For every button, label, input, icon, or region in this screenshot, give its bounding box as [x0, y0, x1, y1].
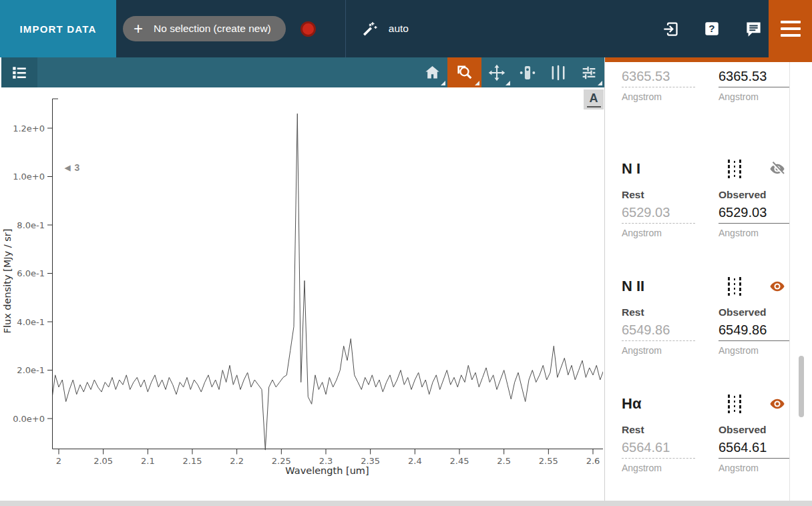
line-identify-icon[interactable]: [728, 160, 741, 178]
svg-text:2.35: 2.35: [361, 456, 380, 466]
magic-wand-icon: [362, 21, 378, 37]
line-identify-icon[interactable]: [728, 395, 741, 413]
slice-marker: ◀ 3: [65, 162, 79, 173]
home-icon: [423, 63, 441, 81]
observed-label: Observed: [719, 424, 790, 436]
data-menu-button[interactable]: [1, 57, 37, 87]
svg-text:Wavelength [um]: Wavelength [um]: [285, 465, 369, 476]
export-icon: [662, 20, 680, 38]
chat-icon: [745, 20, 763, 38]
observed-wavelength-input[interactable]: 6529.03: [719, 205, 790, 224]
line-list-panel: 6365.53 6365.53 Angstrom Angstrom N I: [604, 57, 812, 501]
svg-text:2.5: 2.5: [497, 456, 511, 466]
line-list-entries: 6365.53 6365.53 Angstrom Angstrom N I: [605, 62, 812, 497]
spectrum-figure: 0.0e+02.0e-14.0e-16.0e-18.0e-11.0e+01.2e…: [0, 87, 603, 501]
rest-wavelength-input: 6549.86: [622, 322, 695, 341]
line-select-tool-button[interactable]: [512, 57, 543, 87]
options-sliders-icon: [580, 63, 598, 82]
rest-label: Rest: [622, 306, 719, 318]
observed-unit-label: Angstrom: [719, 463, 790, 473]
line-name: Hα: [622, 395, 719, 413]
line-list-entry: N I Rest Observed 6529.03: [622, 140, 790, 257]
eye-icon[interactable]: [769, 278, 786, 294]
observed-wavelength-input[interactable]: 6365.53: [719, 69, 790, 87]
observed-label: Observed: [719, 306, 790, 318]
hamburger-icon: [781, 21, 801, 23]
line-name: N II: [622, 278, 719, 295]
slice-marker-label: 3: [74, 162, 79, 173]
plus-icon: +: [134, 21, 143, 37]
subset-select-button[interactable]: + No selection (create new): [123, 16, 286, 41]
svg-text:2.4: 2.4: [408, 456, 422, 466]
svg-text:1.2e+0: 1.2e+0: [13, 123, 45, 134]
svg-text:2.2: 2.2: [230, 456, 244, 466]
svg-text:0.0e+0: 0.0e+0: [13, 414, 45, 424]
line-list-entry: N II Rest Observed 6549.86 6549.86: [622, 257, 790, 374]
svg-text:1.0e+0: 1.0e+0: [13, 172, 45, 182]
config-indicator[interactable]: auto: [362, 0, 409, 57]
observed-wavelength-input[interactable]: 6564.61: [719, 440, 790, 459]
rest-unit-label: Angstrom: [622, 228, 719, 238]
svg-text:2.05: 2.05: [93, 456, 113, 466]
subset-color-indicator: [300, 21, 316, 37]
line-list-entry: N II Rest Observed 6585.27 6585.27: [622, 492, 790, 497]
spectrum-plot-canvas[interactable]: 0.0e+02.0e-14.0e-16.0e-18.0e-11.0e+01.2e…: [0, 87, 604, 501]
eye-icon[interactable]: [769, 396, 786, 412]
observed-wavelength-input[interactable]: 6549.86: [719, 322, 790, 341]
eye-off-icon[interactable]: [769, 161, 786, 177]
rest-label: Rest: [622, 189, 719, 201]
pan-icon: [487, 63, 506, 82]
top-app-bar: IMPORT DATA + No selection (create new) …: [0, 0, 812, 57]
box-zoom-tool-button[interactable]: [447, 57, 481, 87]
rest-unit-label: Angstrom: [622, 463, 719, 473]
rest-wavelength-input: 6529.03: [622, 205, 695, 224]
main-area: 0.0e+02.0e-14.0e-16.0e-18.0e-11.0e+01.2e…: [0, 57, 812, 501]
box-zoom-icon: [455, 63, 474, 82]
viewer-label-badge[interactable]: A: [584, 89, 604, 109]
panel-accent-bar: [605, 57, 812, 62]
rest-wavelength-input: 6365.53: [622, 69, 695, 87]
svg-text:2.15: 2.15: [183, 456, 202, 466]
plot-options-tool-button[interactable]: [574, 57, 604, 87]
svg-text:8.0e-1: 8.0e-1: [17, 220, 45, 230]
config-label: auto: [389, 23, 409, 35]
help-button[interactable]: ?: [696, 0, 727, 57]
toolbar-spacer: [37, 57, 417, 87]
observed-unit-label: Angstrom: [719, 91, 790, 102]
panel-scroll-gutter: [789, 62, 812, 501]
rest-wavelength-input: 6564.61: [622, 440, 695, 459]
line-name: N I: [622, 160, 719, 178]
observed-unit-label: Angstrom: [719, 228, 790, 238]
menu-button[interactable]: [769, 0, 812, 57]
observed-label: Observed: [719, 189, 790, 201]
home-tool-button[interactable]: [417, 57, 447, 87]
svg-text:2.6: 2.6: [586, 456, 600, 466]
bottom-scroll-strip: [0, 501, 812, 506]
line-select-icon: [518, 63, 537, 82]
svg-text:2.3: 2.3: [319, 456, 333, 466]
export-button[interactable]: [655, 0, 686, 57]
rest-label: Rest: [622, 424, 719, 436]
line-identify-icon[interactable]: [728, 277, 741, 296]
svg-text:2.45: 2.45: [450, 456, 469, 466]
subset-select-label: No selection (create new): [154, 23, 271, 35]
svg-text:2.55: 2.55: [539, 456, 558, 466]
topbar-spacer: [409, 0, 655, 57]
rest-unit-label: Angstrom: [622, 91, 719, 102]
chat-button[interactable]: [738, 0, 769, 57]
help-icon: ?: [703, 20, 721, 37]
left-triangle-icon: ◀: [65, 164, 70, 172]
svg-text:2.25: 2.25: [272, 456, 291, 466]
import-data-button[interactable]: IMPORT DATA: [0, 0, 116, 57]
panel-scrollbar-thumb[interactable]: [799, 356, 804, 417]
svg-text:Flux density [MJy / sr]: Flux density [MJy / sr]: [2, 229, 13, 334]
line-list-entry: Hα Rest Observed 6564.61 6564.61: [622, 374, 790, 492]
svg-text:?: ?: [708, 23, 715, 34]
list-icon: [11, 64, 28, 81]
rest-unit-label: Angstrom: [622, 345, 719, 356]
svg-text:2.0e-1: 2.0e-1: [17, 365, 45, 375]
observed-unit-label: Angstrom: [719, 345, 790, 356]
pan-tool-button[interactable]: [481, 57, 512, 87]
vertical-lines-icon: [549, 63, 568, 82]
vertical-lines-tool-button[interactable]: [543, 57, 574, 87]
